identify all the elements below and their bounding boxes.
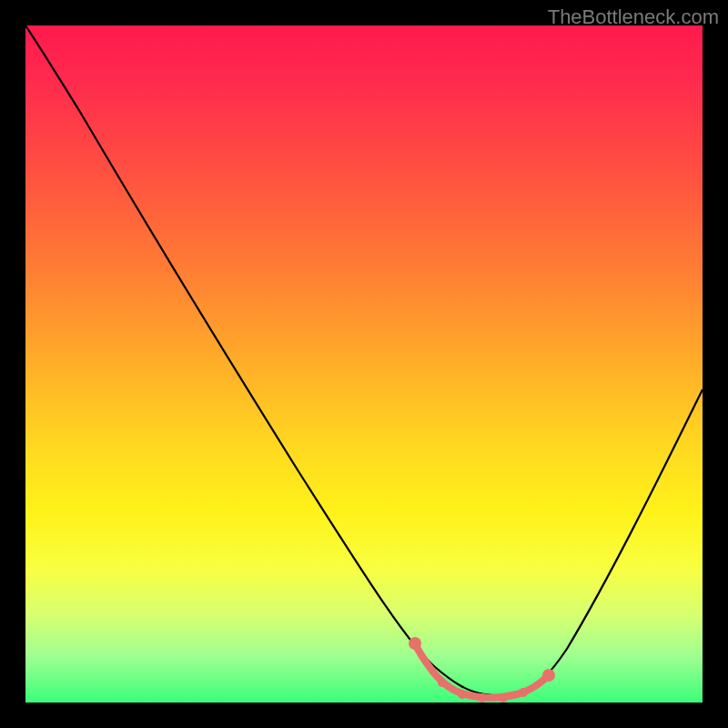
marker-start bbox=[409, 637, 421, 650]
marker-5 bbox=[499, 693, 508, 703]
chart-highlight-markers bbox=[25, 25, 703, 703]
marker-3 bbox=[458, 690, 467, 699]
marker-4 bbox=[478, 693, 487, 703]
marker-2 bbox=[438, 678, 447, 687]
marker-end bbox=[542, 669, 555, 682]
marker-6 bbox=[519, 688, 528, 697]
chart-plot-area bbox=[25, 25, 703, 703]
watermark-text: TheBottleneck.com bbox=[548, 5, 719, 29]
